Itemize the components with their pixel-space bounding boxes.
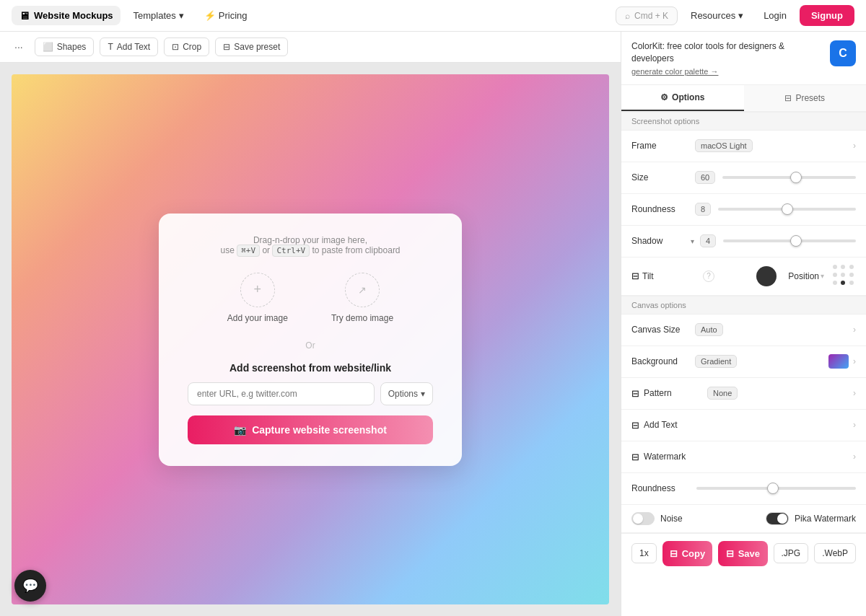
signup-button[interactable]: Signup (800, 5, 854, 26)
ad-link[interactable]: generate color palette → (631, 67, 823, 76)
gradient-preview[interactable] (828, 354, 849, 369)
pattern-row: ⊟ Pattern None › (621, 378, 866, 410)
roundness2-slider[interactable] (696, 487, 856, 490)
add-text-row[interactable]: ⊟ Add Text › (621, 410, 866, 441)
demo-image-option[interactable]: ↗ Try demo image (331, 273, 393, 323)
watermark-row[interactable]: ⊟ Watermark › (621, 441, 866, 473)
canvas-size-chevron-icon: › (853, 325, 856, 335)
kbd-ctrl-v: Ctrl+V (272, 245, 310, 257)
add-image-label: Add your image (227, 313, 288, 323)
jpg-button[interactable]: .JPG (774, 543, 809, 563)
nav-resources-label: Resources (691, 10, 735, 21)
ad-logo-char: C (839, 47, 847, 60)
position-label[interactable]: Position (788, 271, 819, 281)
roundness-value: 8 (695, 203, 711, 216)
shapes-label: Shapes (57, 42, 87, 52)
tilt-help-icon: ? (703, 270, 714, 282)
pos-dot-7[interactable] (833, 281, 837, 285)
panel-tabs: ⚙ Options ⊟ Presets (621, 85, 866, 112)
webp-button[interactable]: .WebP (814, 543, 856, 563)
capture-button[interactable]: 📷 Capture website screenshot (188, 415, 433, 444)
kbd-cmd-v: ⌘+V (237, 245, 260, 257)
add-text-panel-label: Add Text (644, 420, 701, 430)
add-image-option[interactable]: + Add your image (227, 273, 288, 323)
lightning-icon: ⚡ (204, 10, 216, 21)
options-icon: ⚙ (660, 92, 668, 102)
pos-dot-8[interactable] (841, 281, 845, 285)
pika-watermark-toggle[interactable] (766, 512, 789, 525)
paste-text: to paste from clipboard (312, 245, 400, 255)
pos-dot-9[interactable] (849, 281, 854, 285)
shadow-value: 4 (700, 234, 716, 247)
frame-label: Frame (631, 141, 689, 151)
roundness-row: Roundness 8 (621, 194, 866, 226)
pos-dot-3[interactable] (849, 265, 854, 269)
noise-toggle[interactable] (631, 512, 655, 525)
use-text: use (220, 245, 234, 255)
noise-label: Noise (660, 514, 683, 524)
pos-dot-1[interactable] (833, 265, 837, 269)
chat-icon: 💬 (22, 578, 38, 594)
nav-login[interactable]: Login (756, 6, 794, 25)
pos-dot-5[interactable] (841, 273, 845, 277)
size-slider[interactable] (722, 176, 856, 179)
nav-templates[interactable]: Templates ▾ (126, 6, 191, 25)
pos-dot-4[interactable] (833, 273, 837, 277)
add-text-icon: ⊟ (631, 420, 639, 431)
shadow-label: Shadow (631, 236, 689, 246)
shadow-slider[interactable] (723, 239, 856, 242)
canvas-background[interactable]: Drag-n-drop your image here, use ⌘+V or … (12, 74, 609, 604)
url-options-label: Options (388, 389, 418, 399)
upload-card: Drag-n-drop your image here, use ⌘+V or … (159, 214, 462, 466)
roundness-slider-thumb[interactable] (782, 203, 793, 215)
tab-options[interactable]: ⚙ Options (621, 85, 744, 111)
crop-button[interactable]: ⊡ Crop (164, 38, 209, 56)
nav-pricing[interactable]: ⚡ Pricing (197, 6, 255, 25)
tilt-circle[interactable] (756, 266, 777, 286)
nav-logo[interactable]: 🖥 Website Mockups (12, 6, 121, 25)
position-grid[interactable] (833, 265, 856, 288)
search-icon: ⌕ (625, 11, 630, 21)
bottom-bar: 1x ⊟ Copy ⊟ Save .JPG .WebP (621, 533, 866, 573)
url-input[interactable] (188, 382, 375, 405)
crop-icon: ⊡ (172, 42, 179, 52)
pos-dot-2[interactable] (841, 265, 845, 269)
ad-banner: ColorKit: free color tools for designers… (621, 32, 866, 85)
search-bar[interactable]: ⌕ Cmd + K (616, 6, 678, 25)
frame-row: Frame macOS Light › (621, 131, 866, 162)
canvas-size-label: Canvas Size (631, 325, 689, 335)
url-section-title: Add screenshot from website/link (188, 362, 433, 374)
save-label: Save (738, 548, 760, 559)
nav-resources[interactable]: Resources ▾ (683, 6, 751, 25)
noise-watermark-row: Noise Pika Watermark (621, 505, 866, 533)
shadow-slider-thumb[interactable] (790, 235, 802, 247)
roundness-slider[interactable] (718, 208, 856, 211)
size-label: Size (631, 172, 689, 182)
ad-logo: C (830, 40, 856, 66)
shadow-row: Shadow ▾ 4 (621, 226, 866, 258)
save-preset-button[interactable]: ⊟ Save preset (215, 38, 288, 56)
chevron-down-icon2: ▾ (738, 10, 743, 21)
background-row: Background Gradient › (621, 346, 866, 378)
top-nav: 🖥 Website Mockups Templates ▾ ⚡ Pricing … (0, 0, 866, 32)
scale-button[interactable]: 1x (631, 543, 657, 563)
main-layout: ··· ⬜ Shapes T Add Text ⊡ Crop ⊟ Save pr… (0, 32, 866, 616)
chat-bubble[interactable]: 💬 (14, 570, 46, 602)
nav-templates-label: Templates (134, 10, 176, 21)
save-button[interactable]: ⊟ Save (718, 541, 767, 566)
shadow-dropdown-icon: ▾ (691, 237, 694, 245)
crop-label: Crop (183, 42, 201, 52)
noise-toggle-knob (633, 514, 643, 524)
shapes-button[interactable]: ⬜ Shapes (35, 38, 95, 56)
url-options-button[interactable]: Options ▾ (380, 382, 433, 405)
frame-value: macOS Light (695, 139, 753, 152)
size-slider-thumb[interactable] (790, 172, 802, 183)
add-image-circle: + (240, 273, 275, 307)
capture-icon: 📷 (234, 424, 246, 436)
copy-button[interactable]: ⊟ Copy (662, 541, 713, 566)
roundness2-slider-thumb[interactable] (767, 483, 779, 494)
tab-presets[interactable]: ⊟ Presets (744, 85, 867, 111)
add-text-button[interactable]: T Add Text (100, 38, 158, 56)
pos-dot-6[interactable] (849, 273, 854, 277)
more-options-button[interactable]: ··· (9, 38, 29, 56)
